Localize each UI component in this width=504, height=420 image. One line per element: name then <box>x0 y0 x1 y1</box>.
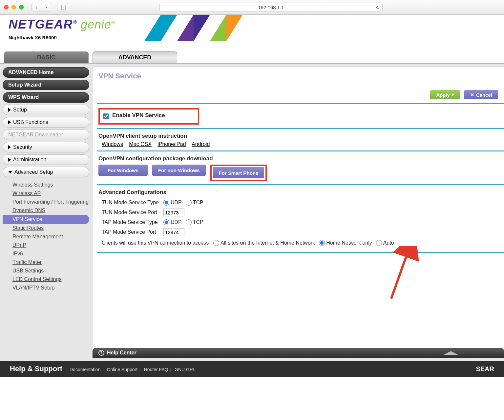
tun-port-input[interactable] <box>163 209 184 216</box>
tun-port-label: TUN Mode Service Port <box>102 210 163 215</box>
play-icon <box>452 93 454 96</box>
link-macosx[interactable]: Mac OSX <box>129 141 151 147</box>
url-text: 192.168.1.1 <box>258 5 284 10</box>
content-panel: VPN Service Apply ✕Cancel Enable VPN Ser… <box>92 67 504 358</box>
reload-icon[interactable]: ↻ <box>376 5 380 10</box>
sidebar-acc-usb[interactable]: USB Functions <box>3 117 89 128</box>
sub-wireless-settings[interactable]: Wireless Settings <box>12 181 89 189</box>
sub-upnp[interactable]: UPnP <box>12 241 89 250</box>
enable-vpn-checkbox[interactable] <box>103 113 109 119</box>
sidebar-sublist: Wireless Settings Wireless AP Port Forwa… <box>3 179 89 295</box>
action-bar: Apply ✕Cancel <box>93 90 504 103</box>
brand-header: NETGEAR® genie® Nighthawk X6 R8000 <box>0 15 504 51</box>
pkg-nonwindows-button[interactable]: For non-Windows <box>152 165 206 176</box>
adv-cfg-header: Advanced Configurations <box>98 189 498 196</box>
browser-chrome: ‹ › 192.168.1.1 ↻ <box>0 0 504 15</box>
tun-type-label: TUN Mode Service Type <box>102 200 163 206</box>
close-window-icon[interactable] <box>4 5 9 10</box>
caret-right-icon <box>8 108 11 112</box>
window-controls <box>4 5 24 10</box>
sub-static-routes[interactable]: Static Routes <box>12 224 89 232</box>
tap-port-input[interactable] <box>163 228 184 236</box>
footer-link-online-support[interactable]: Online Support <box>107 367 137 372</box>
enable-vpn-row[interactable]: Enable VPN Service <box>98 108 199 125</box>
tap-port-label: TAP Mode Service Port <box>102 229 163 235</box>
pkg-header: OpenVPN configuration package download <box>98 155 498 162</box>
sidebar-pill-wps-wizard[interactable]: WPS Wizard <box>3 92 89 103</box>
main-tabs: BASIC ADVANCED <box>0 51 504 63</box>
sidebar-acc-advanced-setup[interactable]: Advanced Setup <box>3 167 89 177</box>
sub-ipv6[interactable]: IPv6 <box>12 250 89 258</box>
model-label: Nighthawk X6 R8000 <box>9 35 497 40</box>
tap-udp-radio[interactable]: UDP <box>163 219 182 225</box>
footer-link-documentation[interactable]: Documentation <box>70 367 100 372</box>
tab-advanced[interactable]: ADVANCED <box>93 51 177 63</box>
pkg-smartphone-button[interactable]: For Smart Phone <box>213 167 264 178</box>
footer-link-router-faq[interactable]: Router FAQ <box>144 367 168 372</box>
sidebar-toggle-icon[interactable] <box>57 3 68 11</box>
client-instr-header: OpenVPN client setup instruction <box>98 133 498 139</box>
tap-tcp-radio[interactable]: TCP <box>186 219 203 225</box>
url-bar[interactable]: 192.168.1.1 ↻ <box>159 3 383 12</box>
caret-right-icon <box>8 120 11 124</box>
caret-right-icon <box>8 145 11 149</box>
sidebar-acc-downloader[interactable]: NETGEAR Downloader <box>3 130 89 140</box>
sub-usb-settings[interactable]: USB Settings <box>12 267 89 275</box>
link-iphone-ipad[interactable]: iPhone/iPad <box>158 141 186 147</box>
access-auto-radio[interactable]: Auto <box>376 240 394 246</box>
access-home-radio[interactable]: Home Network only <box>319 240 372 246</box>
nav-buttons: ‹ › <box>32 3 51 11</box>
sub-wireless-ap[interactable]: Wireless AP <box>12 189 89 198</box>
caret-down-icon <box>8 171 12 173</box>
sub-dynamic-dns[interactable]: Dynamic DNS <box>12 206 89 215</box>
question-icon: ? <box>98 350 104 356</box>
annotation-arrow-icon <box>289 246 427 305</box>
access-label: Clients will use this VPN connection to … <box>102 240 213 246</box>
tab-basic[interactable]: BASIC <box>4 51 89 63</box>
tun-udp-radio[interactable]: UDP <box>163 200 182 206</box>
sidebar-pill-setup-wizard[interactable]: Setup Wizard <box>3 80 89 90</box>
sub-port-forwarding[interactable]: Port Forwarding / Port Triggering <box>12 198 89 206</box>
sub-remote-mgmt[interactable]: Remote Management <box>12 232 89 241</box>
sub-traffic-meter[interactable]: Traffic Meter <box>12 258 89 267</box>
netgear-logo: NETGEAR® <box>9 17 77 31</box>
footer: Help & Support Documentation| Online Sup… <box>0 361 504 377</box>
sidebar-pill-advanced-home[interactable]: ADVANCED Home <box>3 67 89 78</box>
back-button[interactable]: ‹ <box>32 3 41 11</box>
help-center-label: Help Center <box>107 350 136 356</box>
tun-tcp-radio[interactable]: TCP <box>186 200 203 206</box>
access-all-radio[interactable]: All sites on the Internet & Home Network <box>213 240 315 246</box>
svg-line-2 <box>391 253 408 299</box>
svg-rect-0 <box>60 5 66 10</box>
cancel-button[interactable]: ✕Cancel <box>464 90 498 99</box>
footer-title: Help & Support <box>10 365 62 373</box>
enable-vpn-label: Enable VPN Service <box>112 112 165 119</box>
link-android[interactable]: Android <box>192 141 210 147</box>
footer-search-label: SEAR <box>476 365 494 373</box>
link-windows[interactable]: Windows <box>102 141 123 147</box>
forward-button[interactable]: › <box>41 3 51 11</box>
apply-button[interactable]: Apply <box>430 90 460 99</box>
pkg-windows-button[interactable]: For Windows <box>98 165 148 176</box>
help-center-bar[interactable]: ? Help Center <box>93 348 504 358</box>
sidebar-acc-security[interactable]: Security <box>3 142 89 152</box>
page-title: VPN Service <box>98 72 504 80</box>
tap-type-label: TAP Mode Service Type <box>102 219 163 225</box>
caret-right-icon <box>8 158 11 162</box>
minimize-window-icon[interactable] <box>11 5 16 10</box>
divider <box>97 252 504 253</box>
sidebar-acc-setup[interactable]: Setup <box>3 105 89 115</box>
sidebar: ADVANCED Home Setup Wizard WPS Wizard Se… <box>0 64 92 361</box>
sub-vlan-iptv[interactable]: VLAN/IPTV Setup <box>12 284 89 292</box>
header-graphic <box>144 15 243 41</box>
sidebar-acc-admin[interactable]: Administration <box>3 154 89 165</box>
sub-vpn-service[interactable]: VPN Service <box>3 215 89 224</box>
sub-led-control[interactable]: LED Control Settings <box>12 275 89 284</box>
highlight-box: For Smart Phone <box>210 165 267 181</box>
maximize-window-icon[interactable] <box>19 5 24 10</box>
chevron-up-icon[interactable] <box>444 351 458 355</box>
x-icon: ✕ <box>470 92 474 97</box>
footer-link-gnu-gpl[interactable]: GNU GPL <box>175 367 195 372</box>
genie-logo: genie® <box>81 18 115 31</box>
